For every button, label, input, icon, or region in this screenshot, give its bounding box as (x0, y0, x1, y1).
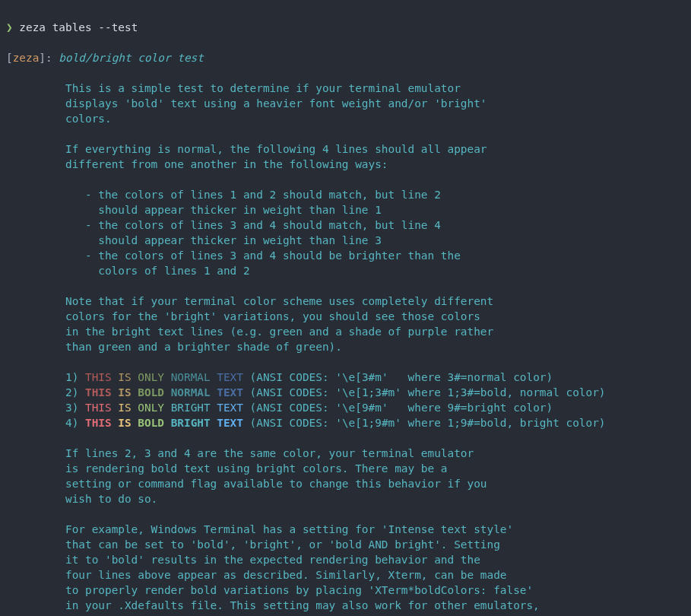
intro-text: If everything is normal, the following 4… (65, 143, 487, 155)
sample-word: THIS (85, 417, 112, 429)
sample-word: BOLD (138, 417, 164, 429)
sample-word: THIS (85, 402, 112, 414)
bullet-text: should appear thicker in weight than lin… (85, 234, 382, 246)
terminal[interactable]: ❯ zeza tables --test [zeza]: bold/bright… (0, 0, 691, 616)
outro-text: is rendering bold text using bright colo… (65, 462, 448, 475)
outro-text: in your .Xdefaults file. This setting ma… (65, 599, 540, 611)
prompt-line: ❯ zeza tables --test (6, 21, 138, 33)
sample-word: THIS (85, 386, 112, 398)
intro-text: colors. (65, 113, 112, 125)
sample-line-1: 1) THIS IS ONLY NORMAL TEXT (ANSI CODES:… (65, 371, 553, 383)
sample-word: TEXT (217, 371, 243, 383)
sample-word: BRIGHT (171, 417, 211, 429)
outro-text: If lines 2, 3 and 4 are the same color, … (65, 447, 474, 459)
outro-text: setting or command flag available to cha… (65, 478, 487, 490)
sample-word: NORMAL (171, 371, 211, 383)
sample-word: IS (118, 386, 131, 398)
sample-word: IS (118, 417, 131, 429)
test-title: bold/bright color test (59, 52, 204, 64)
intro-text: This is a simple test to determine if yo… (65, 82, 461, 94)
sample-word: IS (118, 371, 131, 383)
sample-word: THIS (85, 371, 112, 383)
outro-text: For example, Windows Terminal has a sett… (65, 523, 513, 535)
bullet-text: should appear thicker in weight than lin… (85, 204, 382, 216)
outro-text: four lines above appear as described. Si… (65, 569, 506, 581)
sample-word: TEXT (217, 386, 243, 398)
intro-text: different from one another in the follow… (65, 158, 388, 170)
sample-word: BOLD (138, 386, 164, 398)
sample-word: BRIGHT (171, 402, 211, 414)
program-name: zeza (13, 52, 40, 64)
bullet-text: - the colors of lines 3 and 4 should be … (85, 249, 461, 262)
sample-word: ONLY (138, 402, 164, 414)
outro-text: to properly render bold variations by pl… (65, 584, 533, 596)
note-text: colors for the 'bright' variations, you … (65, 310, 480, 322)
intro-text: displays 'bold' text using a heavier fon… (65, 97, 487, 110)
sample-word: NORMAL (171, 386, 211, 398)
sample-line-4: 4) THIS IS BOLD BRIGHT TEXT (ANSI CODES:… (65, 417, 605, 429)
bracket-close: ]: (39, 52, 52, 64)
note-text: Note that if your terminal color scheme … (65, 295, 493, 307)
bullet-text: - the colors of lines 3 and 4 should mat… (85, 219, 441, 231)
outro-text: wish to do so. (65, 493, 157, 505)
prompt-caret: ❯ (6, 21, 13, 33)
sample-word: TEXT (217, 417, 243, 429)
outro-text: it to 'bold' results in the expected ren… (65, 554, 480, 566)
sample-word: TEXT (217, 402, 243, 414)
sample-word: IS (118, 402, 131, 414)
sample-line-3: 3) THIS IS ONLY BRIGHT TEXT (ANSI CODES:… (65, 402, 553, 414)
sample-word: ONLY (138, 371, 164, 383)
note-text: than green and a brighter shade of green… (65, 341, 342, 353)
header-line: [zeza]: bold/bright color test (6, 52, 204, 64)
bullet-text: - the colors of lines 1 and 2 should mat… (85, 189, 441, 201)
sample-line-2: 2) THIS IS BOLD NORMAL TEXT (ANSI CODES:… (65, 386, 605, 398)
bullet-text: colors of lines 1 and 2 (85, 265, 250, 277)
bracket-open: [ (6, 52, 13, 64)
outro-text: that can be set to 'bold', 'bright', or … (65, 538, 500, 551)
note-text: in the bright text lines (e.g. green and… (65, 325, 493, 338)
command-text: zeza tables --test (19, 21, 138, 33)
